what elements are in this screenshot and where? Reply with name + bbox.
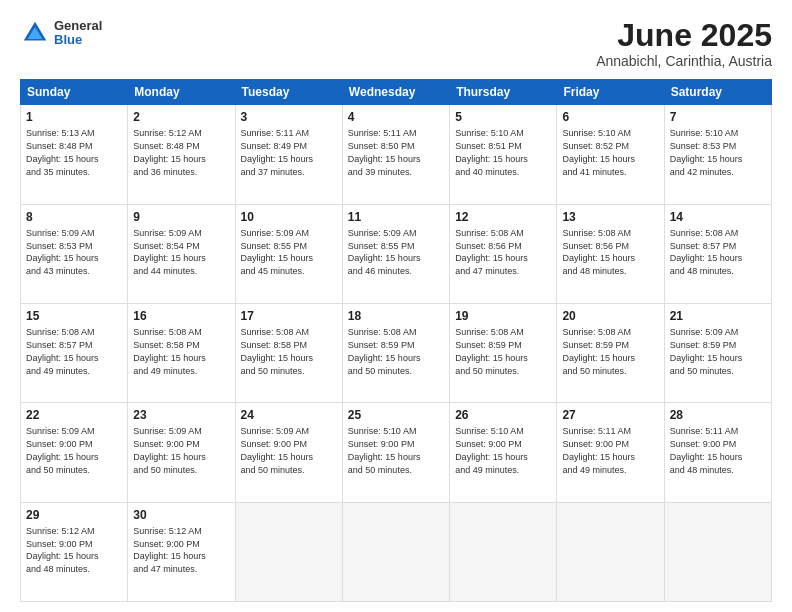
page: General Blue June 2025 Annabichl, Carint… — [0, 0, 792, 612]
table-row: 19Sunrise: 5:08 AMSunset: 8:59 PMDayligh… — [450, 303, 557, 402]
table-row: 6Sunrise: 5:10 AMSunset: 8:52 PMDaylight… — [557, 105, 664, 204]
table-row: 1Sunrise: 5:13 AMSunset: 8:48 PMDaylight… — [21, 105, 128, 204]
table-row: 13Sunrise: 5:08 AMSunset: 8:56 PMDayligh… — [557, 204, 664, 303]
table-row: 23Sunrise: 5:09 AMSunset: 9:00 PMDayligh… — [128, 403, 235, 502]
col-tuesday: Tuesday — [235, 80, 342, 105]
calendar-header-row: Sunday Monday Tuesday Wednesday Thursday… — [21, 80, 772, 105]
table-row: 14Sunrise: 5:08 AMSunset: 8:57 PMDayligh… — [664, 204, 771, 303]
col-monday: Monday — [128, 80, 235, 105]
table-row: 27Sunrise: 5:11 AMSunset: 9:00 PMDayligh… — [557, 403, 664, 502]
table-row: 29Sunrise: 5:12 AMSunset: 9:00 PMDayligh… — [21, 502, 128, 601]
table-row: 25Sunrise: 5:10 AMSunset: 9:00 PMDayligh… — [342, 403, 449, 502]
table-row: 15Sunrise: 5:08 AMSunset: 8:57 PMDayligh… — [21, 303, 128, 402]
header: General Blue June 2025 Annabichl, Carint… — [20, 18, 772, 69]
table-row: 2Sunrise: 5:12 AMSunset: 8:48 PMDaylight… — [128, 105, 235, 204]
table-row: 8Sunrise: 5:09 AMSunset: 8:53 PMDaylight… — [21, 204, 128, 303]
table-row: 12Sunrise: 5:08 AMSunset: 8:56 PMDayligh… — [450, 204, 557, 303]
col-friday: Friday — [557, 80, 664, 105]
table-row — [342, 502, 449, 601]
table-row: 26Sunrise: 5:10 AMSunset: 9:00 PMDayligh… — [450, 403, 557, 502]
col-wednesday: Wednesday — [342, 80, 449, 105]
table-row: 3Sunrise: 5:11 AMSunset: 8:49 PMDaylight… — [235, 105, 342, 204]
col-sunday: Sunday — [21, 80, 128, 105]
table-row: 9Sunrise: 5:09 AMSunset: 8:54 PMDaylight… — [128, 204, 235, 303]
table-row: 17Sunrise: 5:08 AMSunset: 8:58 PMDayligh… — [235, 303, 342, 402]
table-row: 20Sunrise: 5:08 AMSunset: 8:59 PMDayligh… — [557, 303, 664, 402]
table-row: 7Sunrise: 5:10 AMSunset: 8:53 PMDaylight… — [664, 105, 771, 204]
table-row: 21Sunrise: 5:09 AMSunset: 8:59 PMDayligh… — [664, 303, 771, 402]
calendar-table: Sunday Monday Tuesday Wednesday Thursday… — [20, 79, 772, 602]
table-row: 16Sunrise: 5:08 AMSunset: 8:58 PMDayligh… — [128, 303, 235, 402]
logo-general: General — [54, 19, 102, 33]
table-row — [664, 502, 771, 601]
table-row — [557, 502, 664, 601]
page-subtitle: Annabichl, Carinthia, Austria — [596, 53, 772, 69]
table-row: 28Sunrise: 5:11 AMSunset: 9:00 PMDayligh… — [664, 403, 771, 502]
table-row: 18Sunrise: 5:08 AMSunset: 8:59 PMDayligh… — [342, 303, 449, 402]
table-row: 24Sunrise: 5:09 AMSunset: 9:00 PMDayligh… — [235, 403, 342, 502]
logo-blue: Blue — [54, 33, 102, 47]
table-row: 30Sunrise: 5:12 AMSunset: 9:00 PMDayligh… — [128, 502, 235, 601]
table-row: 22Sunrise: 5:09 AMSunset: 9:00 PMDayligh… — [21, 403, 128, 502]
logo-text: General Blue — [54, 19, 102, 48]
col-thursday: Thursday — [450, 80, 557, 105]
page-title: June 2025 — [596, 18, 772, 53]
table-row — [235, 502, 342, 601]
title-block: June 2025 Annabichl, Carinthia, Austria — [596, 18, 772, 69]
table-row: 10Sunrise: 5:09 AMSunset: 8:55 PMDayligh… — [235, 204, 342, 303]
col-saturday: Saturday — [664, 80, 771, 105]
table-row: 5Sunrise: 5:10 AMSunset: 8:51 PMDaylight… — [450, 105, 557, 204]
logo: General Blue — [20, 18, 102, 48]
table-row — [450, 502, 557, 601]
logo-icon — [20, 18, 50, 48]
table-row: 4Sunrise: 5:11 AMSunset: 8:50 PMDaylight… — [342, 105, 449, 204]
table-row: 11Sunrise: 5:09 AMSunset: 8:55 PMDayligh… — [342, 204, 449, 303]
